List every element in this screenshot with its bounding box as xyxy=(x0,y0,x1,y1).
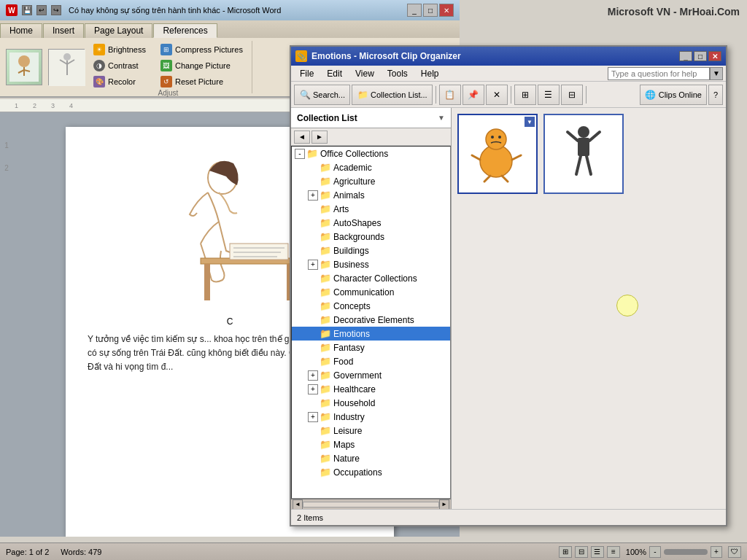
tree-item-food[interactable]: 📁 Food xyxy=(292,354,450,368)
tree-item-buildings[interactable]: 📁 Buildings xyxy=(292,244,450,257)
tree-item-backgrounds[interactable]: 📁 Backgrounds xyxy=(292,230,450,244)
tree-item-autoshapes[interactable]: 📁 AutoShapes xyxy=(292,216,450,230)
tree-item-animals[interactable]: + 📁 Animals xyxy=(292,188,450,202)
menu-edit[interactable]: Edit xyxy=(321,67,348,80)
tree-item-emotions[interactable]: 📁 Emotions xyxy=(292,327,450,341)
collection-dropdown[interactable]: Collection List ▼ xyxy=(291,108,451,128)
view-web-btn[interactable]: ☰ xyxy=(591,546,604,558)
scroll-left-btn[interactable]: ◄ xyxy=(293,499,303,510)
quick-save-btn[interactable]: 💾 xyxy=(22,5,32,15)
help-search-input[interactable] xyxy=(608,67,710,80)
clip-item-1[interactable]: ▼ xyxy=(457,114,538,194)
folder-icon-agriculture: 📁 xyxy=(320,176,331,187)
tree-item-fantasy[interactable]: 📁 Fantasy xyxy=(292,341,450,354)
tree-item-business[interactable]: + 📁 Business xyxy=(292,257,450,271)
menu-file[interactable]: File xyxy=(294,67,320,80)
word-status-bar: Page: 1 of 2 Words: 479 ⊞ ⊟ ☰ ≡ 100% - +… xyxy=(0,542,747,560)
tree-expand-office[interactable]: - xyxy=(295,149,305,159)
tree-item-nature[interactable]: 📁 Nature xyxy=(292,451,450,465)
word-title: Có hay không sự sống trên hành tinh khác… xyxy=(69,6,407,15)
view-outline-btn[interactable]: ≡ xyxy=(607,546,620,558)
tree-item-agriculture[interactable]: 📁 Agriculture xyxy=(292,174,450,188)
word-restore-btn[interactable]: □ xyxy=(423,4,438,17)
clip-item-1-dropdown[interactable]: ▼ xyxy=(525,117,535,127)
nav-forward-btn[interactable]: ► xyxy=(311,131,328,144)
clip-toolbar: 🔍 Search... 📁 Collection List... 📋 📌 ✕ ⊞… xyxy=(291,82,726,108)
clips-online-btn[interactable]: 🌐 Clips Online xyxy=(640,85,707,105)
folder-icon-leisure: 📁 xyxy=(320,425,331,436)
clip-item-2[interactable] xyxy=(543,114,624,194)
tree-item-government[interactable]: + 📁 Government xyxy=(292,368,450,382)
tree-item-maps[interactable]: 📁 Maps xyxy=(292,438,450,451)
tree-expand-government[interactable]: + xyxy=(308,370,318,381)
zoom-bar: 100% - + xyxy=(626,546,722,558)
delete-btn[interactable]: ✕ xyxy=(486,85,508,105)
clip-status: 2 Items xyxy=(291,509,726,525)
tab-home[interactable]: Home xyxy=(0,23,42,38)
zoom-slider[interactable] xyxy=(664,549,708,555)
clip-close-btn[interactable]: ✕ xyxy=(708,51,721,61)
horizontal-scrollbar[interactable]: ◄ ► xyxy=(291,499,451,509)
tree-item-communication[interactable]: 📁 Communication xyxy=(292,285,450,299)
recolor-btn[interactable]: 🎨 Recolor xyxy=(90,74,149,89)
brightness-btn[interactable]: ☀ Brightness xyxy=(90,42,149,57)
word-minimize-btn[interactable]: _ xyxy=(407,4,422,17)
undo-btn[interactable]: ↩ xyxy=(36,5,47,15)
change-picture-btn[interactable]: 🖼 Change Picture xyxy=(158,58,246,73)
word-icon: W xyxy=(6,4,18,16)
tree-expand-business[interactable]: + xyxy=(308,260,318,270)
tree-item-occupations[interactable]: 📁 Occupations xyxy=(292,465,450,479)
copy-btn[interactable]: 📋 xyxy=(439,85,461,105)
toolbar-help-btn[interactable]: ? xyxy=(708,85,723,105)
scroll-track[interactable] xyxy=(303,502,439,508)
tree-item-concepts[interactable]: 📁 Concepts xyxy=(292,299,450,313)
tree-expand-healthcare[interactable]: + xyxy=(308,384,318,394)
redo-btn[interactable]: ↪ xyxy=(51,5,61,15)
svg-line-31 xyxy=(587,156,591,174)
tree-item-arts[interactable]: 📁 Arts xyxy=(292,202,450,216)
word-close-btn[interactable]: ✕ xyxy=(439,4,454,17)
help-search-dropdown[interactable]: ▼ xyxy=(710,67,723,80)
tree-item-office[interactable]: - 📁 Office Collections xyxy=(292,147,450,160)
tab-page-layout[interactable]: Page Layout xyxy=(85,23,152,38)
nav-back-btn[interactable]: ◄ xyxy=(294,131,310,144)
tree-item-character[interactable]: 📁 Character Collections xyxy=(292,271,450,285)
tab-references[interactable]: References xyxy=(153,23,217,38)
contrast-btn[interactable]: ◑ Contrast xyxy=(90,58,149,73)
brightness-icon: ☀ xyxy=(93,44,105,55)
clip-titlebar: 📎 Emotions - Microsoft Clip Organizer _ … xyxy=(291,47,726,66)
search-btn[interactable]: 🔍 Search... xyxy=(294,85,350,105)
tree-item-leisure[interactable]: 📁 Leisure xyxy=(292,424,450,438)
tree-expand-animals[interactable]: + xyxy=(308,190,318,201)
reset-picture-btn[interactable]: ↺ Reset Picture xyxy=(158,74,246,89)
menu-view[interactable]: View xyxy=(349,67,380,80)
tree-item-academic[interactable]: 📁 Academic xyxy=(292,160,450,174)
tree-label-backgrounds: Backgrounds xyxy=(333,232,384,242)
menu-help[interactable]: Help xyxy=(415,67,445,80)
tab-insert[interactable]: Insert xyxy=(43,23,84,38)
scroll-right-btn[interactable]: ► xyxy=(439,499,449,510)
view-btn-1[interactable]: ⊞ xyxy=(514,85,536,105)
compress-btn[interactable]: ⊞ Compress Pictures xyxy=(158,42,246,57)
clip-restore-btn[interactable]: □ xyxy=(694,51,707,61)
tree-expand-communication xyxy=(308,287,318,298)
view-icon-1: ⊞ xyxy=(519,89,531,101)
view-print-btn[interactable]: ⊞ xyxy=(559,546,572,558)
view-full-btn[interactable]: ⊟ xyxy=(575,546,588,558)
paste-btn[interactable]: 📌 xyxy=(462,85,484,105)
tree-item-decorative[interactable]: 📁 Decorative Elements xyxy=(292,313,450,327)
view-btn-2[interactable]: ☰ xyxy=(538,85,560,105)
tree-expand-agriculture xyxy=(308,176,318,187)
tree-expand-decorative xyxy=(308,315,318,325)
menu-tools[interactable]: Tools xyxy=(382,67,414,80)
tree-item-industry[interactable]: + 📁 Industry xyxy=(292,410,450,424)
tree-item-healthcare[interactable]: + 📁 Healthcare xyxy=(292,382,450,396)
tree-expand-industry[interactable]: + xyxy=(308,412,318,422)
view-btn-3[interactable]: ⊟ xyxy=(561,85,583,105)
zoom-out-btn[interactable]: - xyxy=(649,546,661,558)
zoom-in-btn[interactable]: + xyxy=(711,546,722,558)
folder-icon-academic: 📁 xyxy=(320,162,331,173)
collection-list-btn[interactable]: 📁 Collection List... xyxy=(352,85,433,105)
clip-minimize-btn[interactable]: _ xyxy=(679,51,692,61)
tree-item-household[interactable]: 📁 Household xyxy=(292,396,450,410)
